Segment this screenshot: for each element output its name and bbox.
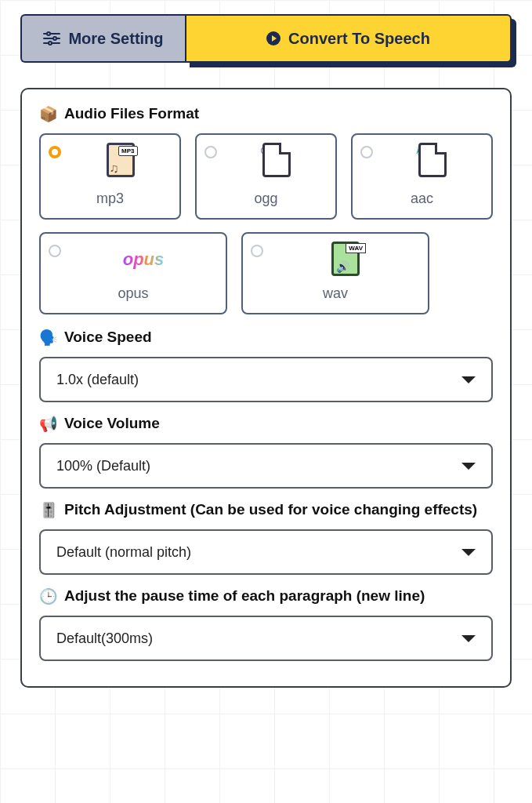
package-icon: 📦 <box>39 107 58 122</box>
format-label-aac: aac <box>411 191 433 207</box>
chevron-down-icon <box>461 635 476 642</box>
opus-file-icon: opus <box>69 242 218 278</box>
voice-volume-value: 100% (Default) <box>56 458 150 474</box>
pause-select[interactable]: Default(300ms) <box>39 616 493 661</box>
pause-label: Adjust the pause time of each paragraph … <box>64 587 425 605</box>
format-label-mp3: mp3 <box>96 191 124 207</box>
convert-to-speech-button[interactable]: Convert To Speech <box>185 14 512 63</box>
main-wrap: More Setting Convert To Speech 📦 Audio F… <box>0 0 532 688</box>
voice-volume-title: 📢 Voice Volume <box>39 415 493 432</box>
format-option-wav[interactable]: WAV 🔊 wav <box>241 232 429 314</box>
voice-speed-label: Voice Speed <box>64 329 152 346</box>
slider-icon: 🎚️ <box>39 503 58 518</box>
pause-value: Default(300ms) <box>56 630 153 647</box>
pitch-select[interactable]: Default (normal pitch) <box>39 529 493 575</box>
format-label-opus: opus <box>118 285 148 302</box>
radio-selected-icon <box>49 146 61 158</box>
radio-unselected-icon <box>251 245 263 257</box>
ogg-file-icon: OGG <box>225 143 328 179</box>
format-label-wav: wav <box>323 285 348 302</box>
audio-format-title: 📦 Audio Files Format <box>39 105 493 122</box>
aac-file-icon: AAC <box>381 143 483 179</box>
voice-speed-select[interactable]: 1.0x (default) <box>39 357 493 402</box>
format-option-mp3[interactable]: MP3 ♫ mp3 <box>39 133 181 220</box>
wav-file-icon: WAV 🔊 <box>271 242 420 278</box>
convert-label: Convert To Speech <box>288 30 430 48</box>
audio-format-label: Audio Files Format <box>64 105 199 122</box>
pitch-title: 🎚️ Pitch Adjustment (Can be used for voi… <box>39 501 493 518</box>
mp3-file-icon: MP3 ♫ <box>69 143 172 179</box>
svg-point-1 <box>47 32 50 35</box>
speaking-head-icon: 🗣️ <box>39 330 58 345</box>
format-row-1: MP3 ♫ mp3 OGG og <box>39 133 493 220</box>
chevron-down-icon <box>461 463 476 470</box>
svg-point-3 <box>53 37 56 40</box>
pitch-value: Default (normal pitch) <box>56 544 191 561</box>
voice-speed-value: 1.0x (default) <box>56 372 139 388</box>
megaphone-icon: 📢 <box>39 416 58 431</box>
chevron-down-icon <box>461 549 476 556</box>
clock-icon: 🕒 <box>39 589 58 604</box>
format-option-ogg[interactable]: OGG ogg <box>195 133 337 220</box>
sliders-icon <box>43 31 60 45</box>
voice-speed-title: 🗣️ Voice Speed <box>39 329 493 346</box>
format-label-ogg: ogg <box>254 191 277 207</box>
radio-unselected-icon <box>204 146 217 158</box>
radio-unselected-icon <box>49 245 61 257</box>
settings-panel: 📦 Audio Files Format MP3 ♫ mp3 <box>20 88 512 688</box>
pitch-label: Pitch Adjustment (Can be used for voice … <box>64 501 477 518</box>
format-option-opus[interactable]: opus opus <box>39 232 227 314</box>
format-option-aac[interactable]: AAC aac <box>351 133 493 220</box>
top-button-row: More Setting Convert To Speech <box>20 14 512 63</box>
chevron-down-icon <box>461 376 476 383</box>
voice-volume-label: Voice Volume <box>64 415 160 432</box>
more-settings-button[interactable]: More Setting <box>20 14 185 63</box>
play-icon <box>266 31 280 45</box>
voice-volume-select[interactable]: 100% (Default) <box>39 443 493 489</box>
svg-point-5 <box>49 42 52 45</box>
format-row-2: opus opus WAV 🔊 wav <box>39 232 493 314</box>
more-settings-label: More Setting <box>68 30 163 48</box>
radio-unselected-icon <box>360 146 373 158</box>
pause-title: 🕒 Adjust the pause time of each paragrap… <box>39 587 493 605</box>
